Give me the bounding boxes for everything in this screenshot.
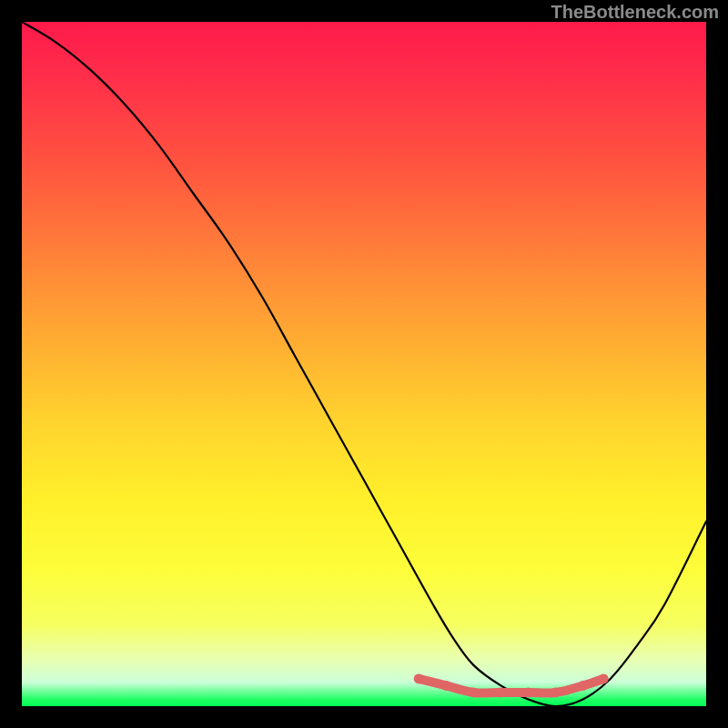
chart-frame: TheBottleneck.com	[0, 0, 728, 728]
optimal-zone-dot	[599, 673, 609, 683]
optimal-zone-dot	[414, 673, 424, 683]
optimal-zone-dot	[523, 687, 533, 697]
optimal-zone-dot	[551, 687, 561, 697]
optimal-zone-dot	[441, 681, 451, 691]
watermark-text: TheBottleneck.com	[551, 2, 719, 23]
optimal-zone-dots	[22, 22, 706, 706]
optimal-zone-dot	[469, 687, 479, 697]
optimal-zone-dot	[578, 681, 588, 691]
optimal-zone-dot	[496, 687, 506, 697]
plot-area	[22, 22, 706, 706]
